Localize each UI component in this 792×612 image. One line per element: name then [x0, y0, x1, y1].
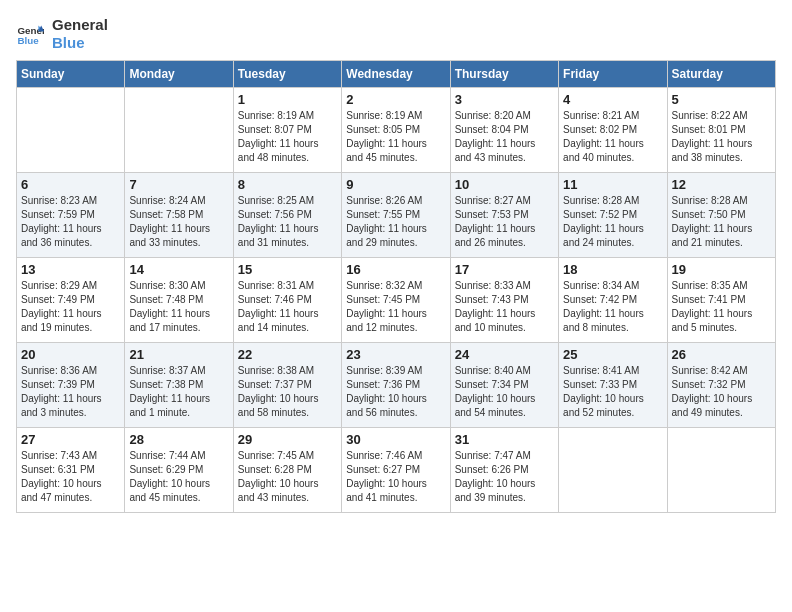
day-number: 14	[129, 262, 228, 277]
day-cell: 16Sunrise: 8:32 AM Sunset: 7:45 PM Dayli…	[342, 258, 450, 343]
day-info: Sunrise: 8:20 AM Sunset: 8:04 PM Dayligh…	[455, 109, 554, 165]
day-number: 20	[21, 347, 120, 362]
day-number: 30	[346, 432, 445, 447]
day-cell: 12Sunrise: 8:28 AM Sunset: 7:50 PM Dayli…	[667, 173, 775, 258]
day-number: 26	[672, 347, 771, 362]
day-number: 8	[238, 177, 337, 192]
day-info: Sunrise: 8:33 AM Sunset: 7:43 PM Dayligh…	[455, 279, 554, 335]
day-info: Sunrise: 8:29 AM Sunset: 7:49 PM Dayligh…	[21, 279, 120, 335]
day-cell: 18Sunrise: 8:34 AM Sunset: 7:42 PM Dayli…	[559, 258, 667, 343]
day-cell	[17, 88, 125, 173]
day-number: 27	[21, 432, 120, 447]
day-number: 9	[346, 177, 445, 192]
day-cell	[667, 428, 775, 513]
day-info: Sunrise: 8:32 AM Sunset: 7:45 PM Dayligh…	[346, 279, 445, 335]
day-info: Sunrise: 8:30 AM Sunset: 7:48 PM Dayligh…	[129, 279, 228, 335]
day-cell: 19Sunrise: 8:35 AM Sunset: 7:41 PM Dayli…	[667, 258, 775, 343]
day-info: Sunrise: 8:23 AM Sunset: 7:59 PM Dayligh…	[21, 194, 120, 250]
day-info: Sunrise: 7:44 AM Sunset: 6:29 PM Dayligh…	[129, 449, 228, 505]
day-cell: 25Sunrise: 8:41 AM Sunset: 7:33 PM Dayli…	[559, 343, 667, 428]
day-cell: 10Sunrise: 8:27 AM Sunset: 7:53 PM Dayli…	[450, 173, 558, 258]
day-number: 16	[346, 262, 445, 277]
day-cell: 3Sunrise: 8:20 AM Sunset: 8:04 PM Daylig…	[450, 88, 558, 173]
day-info: Sunrise: 8:38 AM Sunset: 7:37 PM Dayligh…	[238, 364, 337, 420]
day-number: 12	[672, 177, 771, 192]
day-cell: 4Sunrise: 8:21 AM Sunset: 8:02 PM Daylig…	[559, 88, 667, 173]
day-number: 3	[455, 92, 554, 107]
day-cell: 7Sunrise: 8:24 AM Sunset: 7:58 PM Daylig…	[125, 173, 233, 258]
day-cell: 2Sunrise: 8:19 AM Sunset: 8:05 PM Daylig…	[342, 88, 450, 173]
day-number: 22	[238, 347, 337, 362]
day-cell: 14Sunrise: 8:30 AM Sunset: 7:48 PM Dayli…	[125, 258, 233, 343]
day-cell: 15Sunrise: 8:31 AM Sunset: 7:46 PM Dayli…	[233, 258, 341, 343]
weekday-header-monday: Monday	[125, 61, 233, 88]
day-number: 21	[129, 347, 228, 362]
day-cell	[125, 88, 233, 173]
day-cell: 24Sunrise: 8:40 AM Sunset: 7:34 PM Dayli…	[450, 343, 558, 428]
day-info: Sunrise: 8:27 AM Sunset: 7:53 PM Dayligh…	[455, 194, 554, 250]
day-number: 7	[129, 177, 228, 192]
logo-general: General	[52, 16, 108, 34]
day-info: Sunrise: 8:35 AM Sunset: 7:41 PM Dayligh…	[672, 279, 771, 335]
weekday-header-tuesday: Tuesday	[233, 61, 341, 88]
day-info: Sunrise: 8:37 AM Sunset: 7:38 PM Dayligh…	[129, 364, 228, 420]
svg-text:Blue: Blue	[17, 35, 39, 46]
week-row-5: 27Sunrise: 7:43 AM Sunset: 6:31 PM Dayli…	[17, 428, 776, 513]
day-number: 28	[129, 432, 228, 447]
day-cell: 5Sunrise: 8:22 AM Sunset: 8:01 PM Daylig…	[667, 88, 775, 173]
weekday-header-sunday: Sunday	[17, 61, 125, 88]
day-info: Sunrise: 8:36 AM Sunset: 7:39 PM Dayligh…	[21, 364, 120, 420]
day-number: 2	[346, 92, 445, 107]
day-cell: 23Sunrise: 8:39 AM Sunset: 7:36 PM Dayli…	[342, 343, 450, 428]
day-info: Sunrise: 8:40 AM Sunset: 7:34 PM Dayligh…	[455, 364, 554, 420]
day-info: Sunrise: 8:19 AM Sunset: 8:07 PM Dayligh…	[238, 109, 337, 165]
day-info: Sunrise: 8:26 AM Sunset: 7:55 PM Dayligh…	[346, 194, 445, 250]
day-number: 25	[563, 347, 662, 362]
day-number: 29	[238, 432, 337, 447]
day-number: 10	[455, 177, 554, 192]
day-cell: 29Sunrise: 7:45 AM Sunset: 6:28 PM Dayli…	[233, 428, 341, 513]
day-cell: 1Sunrise: 8:19 AM Sunset: 8:07 PM Daylig…	[233, 88, 341, 173]
day-info: Sunrise: 8:41 AM Sunset: 7:33 PM Dayligh…	[563, 364, 662, 420]
week-row-2: 6Sunrise: 8:23 AM Sunset: 7:59 PM Daylig…	[17, 173, 776, 258]
day-info: Sunrise: 8:28 AM Sunset: 7:50 PM Dayligh…	[672, 194, 771, 250]
day-info: Sunrise: 7:45 AM Sunset: 6:28 PM Dayligh…	[238, 449, 337, 505]
day-info: Sunrise: 8:31 AM Sunset: 7:46 PM Dayligh…	[238, 279, 337, 335]
day-cell: 27Sunrise: 7:43 AM Sunset: 6:31 PM Dayli…	[17, 428, 125, 513]
day-number: 1	[238, 92, 337, 107]
day-info: Sunrise: 8:42 AM Sunset: 7:32 PM Dayligh…	[672, 364, 771, 420]
day-number: 23	[346, 347, 445, 362]
week-row-1: 1Sunrise: 8:19 AM Sunset: 8:07 PM Daylig…	[17, 88, 776, 173]
day-cell: 21Sunrise: 8:37 AM Sunset: 7:38 PM Dayli…	[125, 343, 233, 428]
day-cell: 6Sunrise: 8:23 AM Sunset: 7:59 PM Daylig…	[17, 173, 125, 258]
weekday-header-saturday: Saturday	[667, 61, 775, 88]
day-info: Sunrise: 8:28 AM Sunset: 7:52 PM Dayligh…	[563, 194, 662, 250]
weekday-header-wednesday: Wednesday	[342, 61, 450, 88]
day-cell: 22Sunrise: 8:38 AM Sunset: 7:37 PM Dayli…	[233, 343, 341, 428]
day-cell: 28Sunrise: 7:44 AM Sunset: 6:29 PM Dayli…	[125, 428, 233, 513]
day-cell: 26Sunrise: 8:42 AM Sunset: 7:32 PM Dayli…	[667, 343, 775, 428]
day-info: Sunrise: 8:21 AM Sunset: 8:02 PM Dayligh…	[563, 109, 662, 165]
weekday-header-thursday: Thursday	[450, 61, 558, 88]
day-number: 18	[563, 262, 662, 277]
weekday-header-friday: Friday	[559, 61, 667, 88]
day-number: 15	[238, 262, 337, 277]
day-cell: 9Sunrise: 8:26 AM Sunset: 7:55 PM Daylig…	[342, 173, 450, 258]
day-info: Sunrise: 8:39 AM Sunset: 7:36 PM Dayligh…	[346, 364, 445, 420]
day-cell: 17Sunrise: 8:33 AM Sunset: 7:43 PM Dayli…	[450, 258, 558, 343]
day-number: 31	[455, 432, 554, 447]
header: General Blue General Blue	[16, 16, 776, 52]
day-number: 5	[672, 92, 771, 107]
day-cell: 20Sunrise: 8:36 AM Sunset: 7:39 PM Dayli…	[17, 343, 125, 428]
day-info: Sunrise: 8:22 AM Sunset: 8:01 PM Dayligh…	[672, 109, 771, 165]
day-info: Sunrise: 8:34 AM Sunset: 7:42 PM Dayligh…	[563, 279, 662, 335]
day-info: Sunrise: 7:46 AM Sunset: 6:27 PM Dayligh…	[346, 449, 445, 505]
day-number: 19	[672, 262, 771, 277]
day-cell: 8Sunrise: 8:25 AM Sunset: 7:56 PM Daylig…	[233, 173, 341, 258]
logo-blue: Blue	[52, 34, 108, 52]
day-number: 17	[455, 262, 554, 277]
day-number: 24	[455, 347, 554, 362]
day-cell	[559, 428, 667, 513]
week-row-4: 20Sunrise: 8:36 AM Sunset: 7:39 PM Dayli…	[17, 343, 776, 428]
day-cell: 31Sunrise: 7:47 AM Sunset: 6:26 PM Dayli…	[450, 428, 558, 513]
